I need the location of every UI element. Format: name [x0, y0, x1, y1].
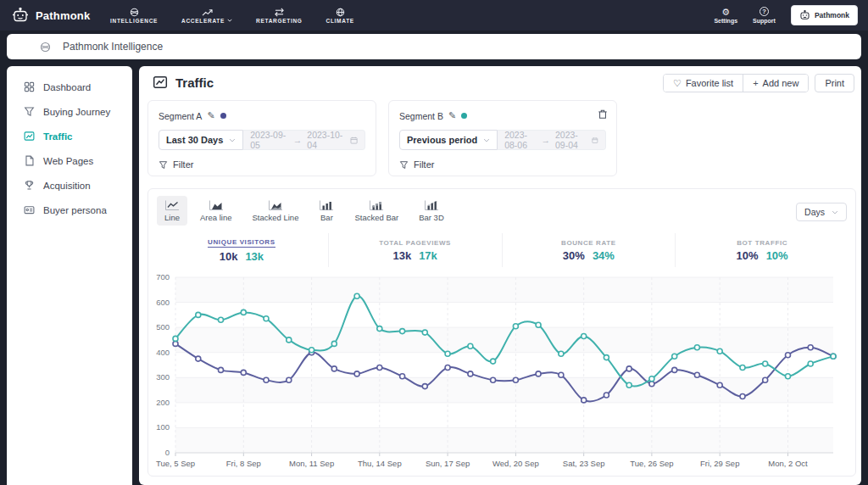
segment-b-name: Segment B — [399, 111, 443, 121]
segment-b-card: Segment B ✎ Previous period 2023-08-06 →… — [388, 100, 617, 176]
stat-unique-visitors[interactable]: UNIQUE VISITORS 10k 13k — [155, 233, 328, 267]
svg-text:Thu, 14 Sep: Thu, 14 Sep — [358, 459, 402, 468]
menu-item-intelligence[interactable]: INTELLIGENCE — [110, 8, 158, 24]
edit-pencil-icon[interactable]: ✎ — [448, 110, 456, 121]
page-title: Traffic — [175, 75, 214, 90]
brand[interactable]: Pathmonk — [12, 8, 90, 23]
header-actions: ♡ Favorite list + Add new Print — [663, 74, 854, 92]
page-title-row: Traffic — [153, 75, 214, 90]
stat-value-segment-a: 13k — [392, 249, 411, 262]
tab-label: Bar 3D — [419, 213, 444, 222]
favorite-addnew-group: ♡ Favorite list + Add new — [663, 74, 809, 92]
add-new-button[interactable]: + Add new — [743, 75, 808, 92]
pathmonk-ball-icon — [40, 42, 51, 53]
tab-line[interactable]: Line — [157, 196, 187, 226]
svg-text:Wed, 20 Sep: Wed, 20 Sep — [492, 459, 539, 468]
segment-a-filter-label: Filter — [173, 159, 193, 170]
page: Pathmonk INTELLIGENCE ACCELERATE — [0, 0, 868, 485]
menu-item-accelerate[interactable]: ACCELERATE — [181, 8, 232, 24]
svg-text:100: 100 — [156, 422, 170, 432]
support-label: Support — [753, 18, 776, 24]
segment-b-color-dot — [461, 113, 467, 119]
segment-b-date-range[interactable]: 2023-08-06 → 2023-09-04 — [498, 130, 606, 150]
funnel-icon — [24, 106, 35, 117]
stat-bot-traffic[interactable]: BOT TRAFFIC 10% 10% — [675, 233, 849, 267]
menu-item-climate[interactable]: CLIMATE — [326, 8, 354, 24]
svg-text:0: 0 — [165, 448, 170, 457]
menu-item-label: RETARGETING — [256, 18, 303, 24]
tab-stacked-line[interactable]: Stacked Line — [245, 196, 307, 226]
menu-item-retargeting[interactable]: RETARGETING — [256, 8, 303, 24]
settings-button[interactable]: ⚙ Settings — [714, 7, 737, 24]
tab-area-line[interactable]: Area line — [192, 196, 240, 226]
line-chart-icon — [164, 200, 180, 211]
intelligence-icon — [129, 8, 140, 17]
chart-panel: Line Area line Stacked Line — [147, 188, 856, 477]
app-bar: Pathmonk Intelligence — [7, 34, 861, 59]
sidebar-item-traffic[interactable]: Traffic — [7, 124, 132, 148]
segment-b-date-start: 2023-08-06 — [504, 130, 536, 150]
pathmonk-robot-icon-small — [799, 10, 810, 20]
segment-a-color-dot — [220, 113, 226, 119]
retargeting-icon — [274, 8, 285, 17]
svg-text:Tue, 5 Sep: Tue, 5 Sep — [156, 459, 195, 468]
segment-a-preset-value: Last 30 Days — [166, 135, 223, 145]
favorite-list-button[interactable]: ♡ Favorite list — [664, 75, 743, 92]
app-bar-title: Pathmonk Intelligence — [63, 41, 163, 53]
print-button[interactable]: Print — [815, 74, 854, 92]
filter-funnel-icon — [159, 160, 168, 170]
tab-bar-3d[interactable]: Bar 3D — [411, 196, 452, 226]
filter-funnel-icon — [399, 160, 409, 170]
support-button[interactable]: ? Support — [753, 7, 776, 24]
svg-text:300: 300 — [156, 372, 170, 382]
kpi-stats-row: UNIQUE VISITORS 10k 13k TOTAL PAGEVIEWS … — [155, 233, 849, 267]
sidebar-item-web-pages[interactable]: Web Pages — [7, 148, 132, 173]
segment-a-card: Segment A ✎ Last 30 Days 2023-09-05 → 20… — [147, 100, 376, 176]
tab-bar[interactable]: Bar — [311, 196, 342, 226]
stat-value-segment-a: 10k — [220, 250, 238, 263]
svg-text:Fri, 29 Sep: Fri, 29 Sep — [700, 459, 739, 468]
tab-stacked-bar[interactable]: Stacked Bar — [347, 196, 406, 226]
stat-value-segment-a: 10% — [737, 249, 759, 262]
sidebar-item-buyer-persona[interactable]: Buyer persona — [7, 198, 132, 222]
segment-a-date-end: 2023-10-04 — [307, 130, 345, 150]
stat-total-pageviews[interactable]: TOTAL PAGEVIEWS 13k 17k — [328, 233, 502, 267]
svg-text:400: 400 — [156, 348, 170, 357]
svg-text:200: 200 — [156, 398, 170, 407]
traffic-chart-icon — [24, 131, 35, 142]
stacked-area-icon — [268, 200, 283, 211]
segment-a-preset-select[interactable]: Last 30 Days — [159, 130, 243, 150]
sidebar-item-buying-journey[interactable]: Buying Journey — [7, 99, 132, 124]
menu-item-label: ACCELERATE — [181, 18, 225, 24]
calendar-icon — [592, 136, 598, 145]
segment-b-filter[interactable]: Filter — [399, 159, 606, 170]
stat-value-segment-b: 34% — [593, 249, 615, 262]
stat-bounce-rate[interactable]: BOUNCE RATE 30% 34% — [502, 233, 676, 267]
id-card-icon — [24, 204, 35, 215]
segment-a-date-range[interactable]: 2023-09-05 → 2023-10-04 — [243, 130, 365, 150]
delete-trash-icon[interactable] — [598, 109, 608, 120]
chevron-down-icon — [832, 210, 838, 215]
sidebar-item-label: Traffic — [43, 131, 73, 142]
top-nav: Pathmonk INTELLIGENCE ACCELERATE — [0, 0, 868, 31]
svg-text:500: 500 — [156, 322, 170, 332]
help-icon: ? — [760, 7, 769, 16]
stat-label: BOT TRAFFIC — [737, 239, 787, 247]
segment-a-filter[interactable]: Filter — [159, 159, 365, 170]
svg-text:Sat, 23 Sep: Sat, 23 Sep — [563, 459, 605, 468]
segment-a-name: Segment A — [159, 111, 202, 121]
sidebar-item-dashboard[interactable]: Dashboard — [7, 75, 132, 99]
climate-globe-icon — [335, 8, 346, 17]
bar-chart-icon — [319, 200, 334, 211]
stat-value-segment-b: 10% — [766, 249, 788, 262]
svg-text:Tue, 26 Sep: Tue, 26 Sep — [630, 459, 673, 468]
sidebar-item-acquisition[interactable]: Acquisition — [7, 173, 132, 198]
stat-value-segment-a: 30% — [563, 249, 585, 262]
edit-pencil-icon[interactable]: ✎ — [207, 110, 214, 121]
segment-b-preset-select[interactable]: Previous period — [399, 130, 498, 150]
account-button[interactable]: Pathmonk — [791, 5, 858, 25]
segment-b-filter-label: Filter — [414, 159, 434, 170]
stat-value-segment-b: 13k — [245, 250, 264, 263]
segment-a-date-start: 2023-09-05 — [250, 130, 288, 150]
granularity-select[interactable]: Days — [796, 203, 847, 221]
